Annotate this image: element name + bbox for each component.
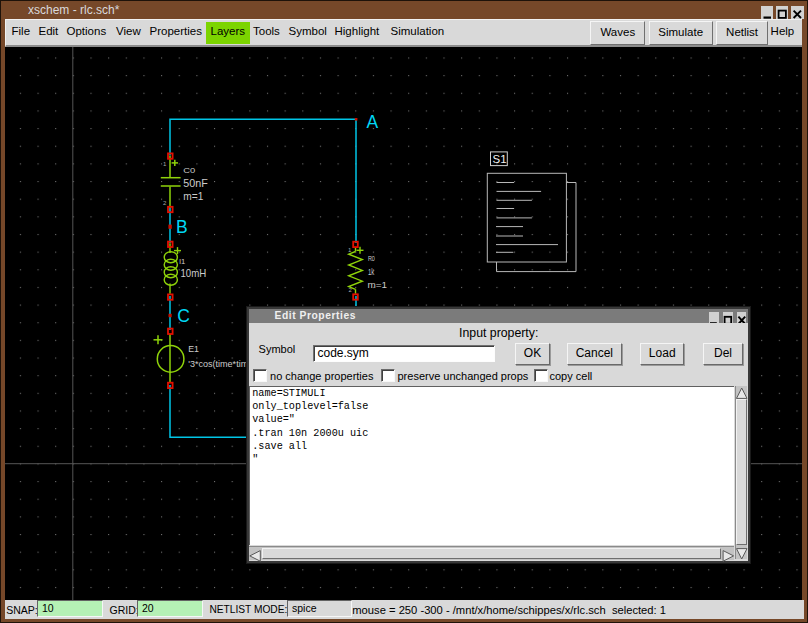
svg-text:'3*cos(time*tim: '3*cos(time*tim [188, 358, 248, 368]
svg-text:E1: E1 [188, 344, 199, 354]
svg-text:10mH: 10mH [180, 267, 206, 279]
svg-text:m=1: m=1 [183, 190, 203, 202]
svg-text:1k: 1k [368, 267, 375, 277]
svg-text:m=1: m=1 [368, 280, 388, 290]
svg-text:50nF: 50nF [183, 177, 208, 189]
svg-text:C: C [177, 305, 190, 325]
svg-text:l1: l1 [179, 256, 185, 265]
svg-text:A: A [367, 112, 379, 132]
svg-text:R0: R0 [368, 253, 375, 262]
svg-text:C0: C0 [183, 166, 196, 175]
svg-text:S1: S1 [493, 153, 507, 165]
svg-text:B: B [176, 217, 188, 237]
